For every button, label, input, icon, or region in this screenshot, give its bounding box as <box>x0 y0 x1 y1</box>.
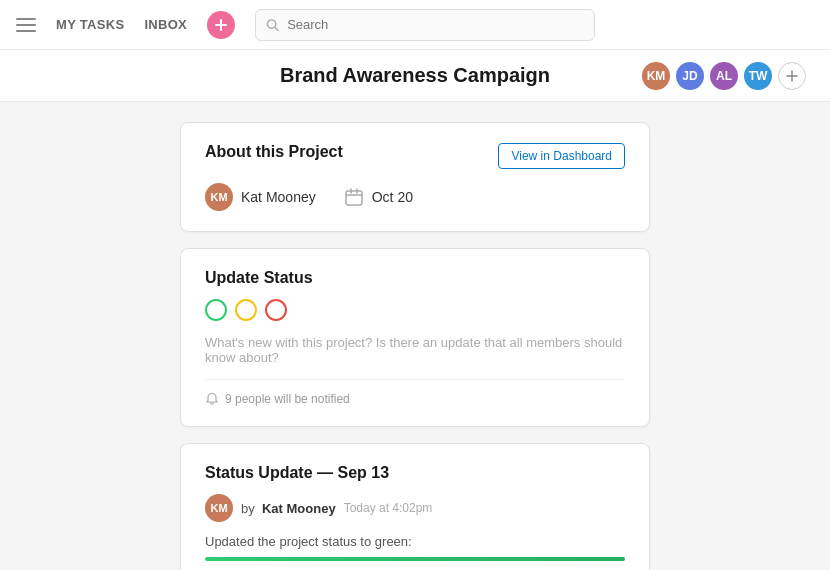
notify-text: 9 people will be notified <box>225 392 350 406</box>
search-input[interactable] <box>287 17 584 32</box>
by-prefix: by <box>241 501 255 516</box>
avatar-3[interactable]: AL <box>708 60 740 92</box>
due-date: Oct 20 <box>372 189 413 205</box>
author-avatar: KM <box>205 494 233 522</box>
search-bar[interactable] <box>255 9 595 41</box>
author-row: KM by Kat Mooney Today at 4:02pm <box>205 494 625 522</box>
svg-rect-6 <box>346 191 362 205</box>
view-dashboard-button[interactable]: View in Dashboard <box>498 143 625 169</box>
status-update-card: Status Update — Sep 13 KM by Kat Mooney … <box>180 443 650 570</box>
about-card-title: About this Project <box>205 143 343 161</box>
status-circle-yellow[interactable] <box>235 299 257 321</box>
avatar-4[interactable]: TW <box>742 60 774 92</box>
project-meta-row: KM Kat Mooney Oct 20 <box>205 183 625 211</box>
bell-icon <box>205 392 219 406</box>
status-update-title: Status Update — Sep 13 <box>205 464 625 482</box>
update-timestamp: Today at 4:02pm <box>344 501 433 515</box>
due-date-item: Oct 20 <box>344 187 413 207</box>
owner-avatar: KM <box>205 183 233 211</box>
update-status-title: Update Status <box>205 269 313 286</box>
add-button[interactable] <box>207 11 235 39</box>
owner-item: KM Kat Mooney <box>205 183 316 211</box>
update-status-card: Update Status What's new with this proje… <box>180 248 650 427</box>
status-change-label: Updated the project status to green: <box>205 534 625 549</box>
about-project-card: About this Project View in Dashboard KM … <box>180 122 650 232</box>
notify-row: 9 people will be notified <box>205 379 625 406</box>
hamburger-menu-icon[interactable] <box>16 18 36 32</box>
add-member-button[interactable] <box>778 62 806 90</box>
status-circle-red[interactable] <box>265 299 287 321</box>
calendar-icon <box>344 187 364 207</box>
avatar-group: KM JD AL TW <box>640 60 806 92</box>
avatar-2[interactable]: JD <box>674 60 706 92</box>
search-icon <box>266 18 279 32</box>
page-header: Brand Awareness Campaign KM JD AL TW <box>0 50 830 102</box>
author-name: Kat Mooney <box>262 501 336 516</box>
page-title: Brand Awareness Campaign <box>280 64 550 87</box>
owner-name: Kat Mooney <box>241 189 316 205</box>
my-tasks-link[interactable]: MY TASKS <box>56 17 124 32</box>
status-circles <box>205 299 625 321</box>
top-nav: MY TASKS INBOX <box>0 0 830 50</box>
status-circle-green[interactable] <box>205 299 227 321</box>
avatar-1[interactable]: KM <box>640 60 672 92</box>
status-update-placeholder[interactable]: What's new with this project? Is there a… <box>205 335 625 365</box>
author-byline: by Kat Mooney <box>241 501 336 516</box>
green-progress-bar <box>205 557 625 561</box>
svg-line-3 <box>275 27 278 30</box>
inbox-link[interactable]: INBOX <box>144 17 187 32</box>
main-content: About this Project View in Dashboard KM … <box>0 102 830 570</box>
